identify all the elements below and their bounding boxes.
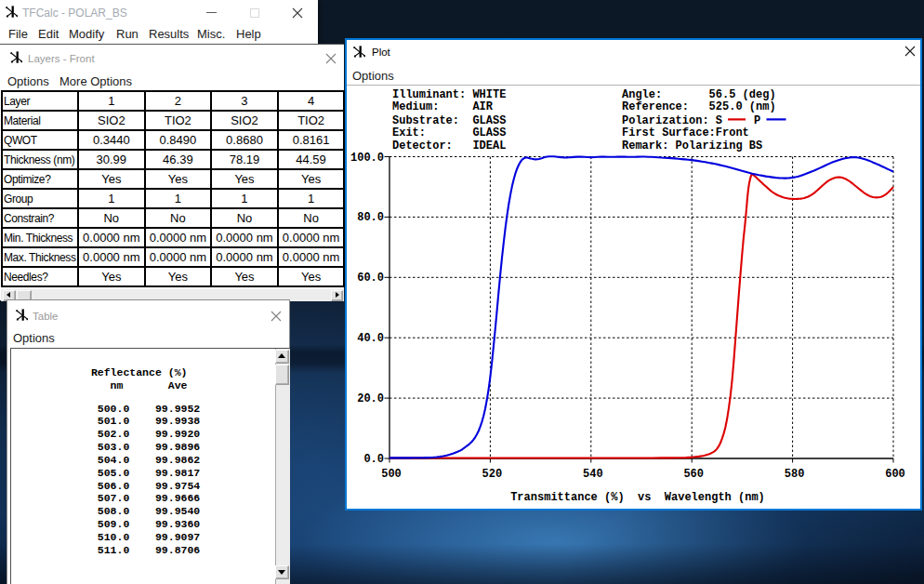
svg-text:Reference: 525.0 (nm): Reference: 525.0 (nm) [622,100,776,113]
svg-text:560: 560 [683,468,704,481]
svg-text:Medium: AIR: Medium: AIR [392,100,494,113]
svg-text:580: 580 [785,468,805,481]
svg-text:40.0: 40.0 [357,332,384,345]
svg-text:Angle: 56.5 (deg): Angle: 56.5 (deg) [622,88,776,101]
svg-text:Illuminant: WHITE: Illuminant: WHITE [392,88,506,101]
svg-text:P: P [754,114,760,127]
svg-text:500: 500 [381,468,402,481]
svg-text:60.0: 60.0 [357,272,384,285]
svg-text:Substrate: GLASS: Substrate: GLASS [392,114,506,127]
svg-text:Detector: IDEAL: Detector: IDEAL [392,139,506,153]
svg-text:First Surface:Front: First Surface:Front [622,126,749,139]
svg-text:600: 600 [885,468,905,481]
svg-text:0.0: 0.0 [363,453,384,466]
svg-text:Polarization: S: Polarization: S [622,114,722,127]
svg-text:80.0: 80.0 [357,211,384,224]
svg-text:100.0: 100.0 [350,152,384,165]
svg-text:Remark: Polarizing BS: Remark: Polarizing BS [622,139,762,153]
svg-text:520: 520 [482,468,503,481]
svg-text:Transmittance (%) vs Wavelen: Transmittance (%) vs Wavelength (nm) [510,491,765,504]
svg-text:540: 540 [583,468,603,481]
svg-text:Exit: GLASS: Exit: GLASS [392,126,506,139]
svg-text:20.0: 20.0 [357,392,384,405]
